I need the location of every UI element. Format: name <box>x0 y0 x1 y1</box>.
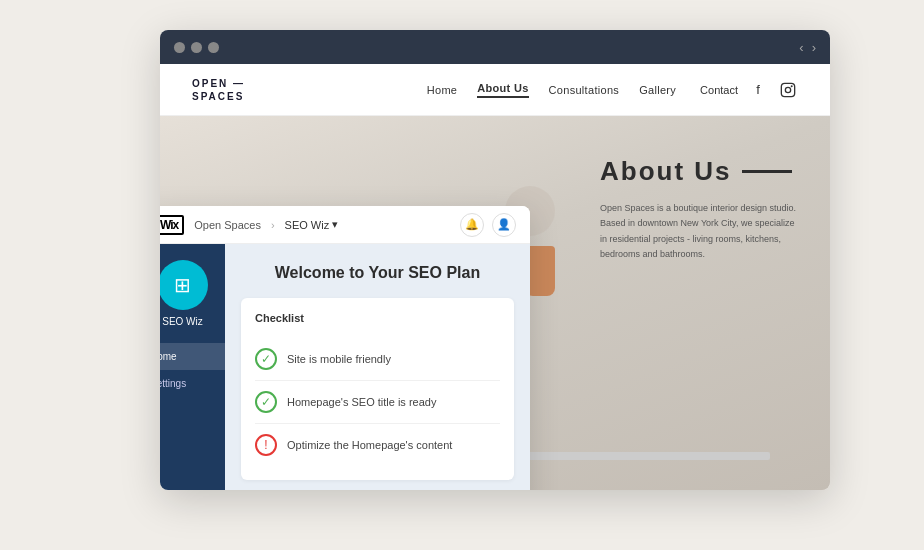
browser-dots <box>174 42 219 53</box>
about-section: About Us Open Spaces is a boutique inter… <box>600 156 800 262</box>
browser-titlebar: ‹ › <box>160 30 830 64</box>
wix-logo: Wix <box>160 215 184 235</box>
svg-point-1 <box>785 87 790 92</box>
notification-icon[interactable]: 🔔 <box>460 213 484 237</box>
browser-dot-3 <box>208 42 219 53</box>
seo-body: ⊞ SEO Wiz Home Settings Welcome to Your … <box>160 244 530 490</box>
site-logo: OPEN — SPACES <box>192 77 245 103</box>
site-header: OPEN — SPACES Home About Us Consultation… <box>160 64 830 116</box>
check-icon-2: ✓ <box>255 391 277 413</box>
seo-sidebar: ⊞ SEO Wiz Home Settings <box>160 244 225 490</box>
checklist-item-3: ! Optimize the Homepage's content <box>255 424 500 466</box>
checklist-label-2: Homepage's SEO title is ready <box>287 396 436 408</box>
breadcrumb-site: Open Spaces <box>194 219 261 231</box>
site-nav: Home About Us Consultations Gallery <box>427 82 676 98</box>
seo-nav-home[interactable]: Home <box>160 343 225 370</box>
seo-welcome-title: Welcome to Your SEO Plan <box>241 264 514 282</box>
seo-wiz-dropdown[interactable]: SEO Wiz ▾ <box>285 218 339 231</box>
nav-consultations[interactable]: Consultations <box>549 84 620 96</box>
website-content: OPEN — SPACES Home About Us Consultation… <box>160 64 830 490</box>
checklist-label-3: Optimize the Homepage's content <box>287 439 452 451</box>
user-icon[interactable]: 👤 <box>492 213 516 237</box>
nav-home[interactable]: Home <box>427 84 458 96</box>
nav-about-us[interactable]: About Us <box>477 82 528 98</box>
check-icon-1: ✓ <box>255 348 277 370</box>
checklist-item-1: ✓ Site is mobile friendly <box>255 338 500 381</box>
checklist-card: Checklist ✓ Site is mobile friendly ✓ Ho… <box>241 298 514 480</box>
seo-icon-wrap: ⊞ <box>160 260 208 310</box>
svg-rect-0 <box>781 83 794 96</box>
seo-window: Wix Open Spaces › SEO Wiz ▾ 🔔 👤 <box>160 206 530 490</box>
chevron-down-icon: ▾ <box>332 218 338 231</box>
site-body: About Us Open Spaces is a boutique inter… <box>160 116 830 490</box>
about-title: About Us <box>600 156 800 187</box>
nav-gallery[interactable]: Gallery <box>639 84 676 96</box>
seo-titlebar: Wix Open Spaces › SEO Wiz ▾ 🔔 👤 <box>160 206 530 244</box>
checklist-header: Checklist <box>255 312 500 324</box>
instagram-icon[interactable] <box>778 80 798 100</box>
titlebar-icons: 🔔 👤 <box>460 213 516 237</box>
browser-window: ‹ › OPEN — SPACES Home About Us Consulta… <box>160 30 830 490</box>
browser-dot-2 <box>191 42 202 53</box>
facebook-icon[interactable]: f <box>748 80 768 100</box>
browser-dot-1 <box>174 42 185 53</box>
title-decorator <box>742 170 792 173</box>
seo-main-content: Welcome to Your SEO Plan Checklist ✓ Sit… <box>225 244 530 490</box>
svg-point-2 <box>791 85 793 87</box>
checklist-label-1: Site is mobile friendly <box>287 353 391 365</box>
site-header-right: Contact f <box>700 80 798 100</box>
warning-icon-3: ! <box>255 434 277 456</box>
seo-nav-settings[interactable]: Settings <box>160 370 225 397</box>
seo-tool-icon: ⊞ <box>174 273 191 297</box>
checklist-item-2: ✓ Homepage's SEO title is ready <box>255 381 500 424</box>
breadcrumb-separator: › <box>271 219 275 231</box>
about-description: Open Spaces is a boutique interior desig… <box>600 201 800 262</box>
nav-contact[interactable]: Contact <box>700 84 738 96</box>
seo-sidebar-title: SEO Wiz <box>162 316 203 327</box>
browser-nav-arrows[interactable]: ‹ › <box>799 40 816 55</box>
